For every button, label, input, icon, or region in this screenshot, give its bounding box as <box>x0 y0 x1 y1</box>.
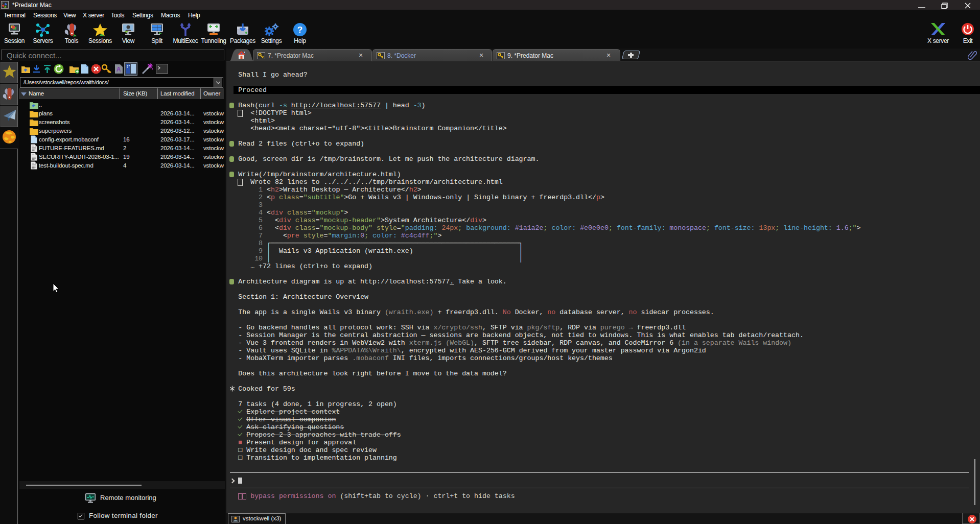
svg-text:A: A <box>116 66 121 73</box>
svg-text:?: ? <box>297 25 302 35</box>
